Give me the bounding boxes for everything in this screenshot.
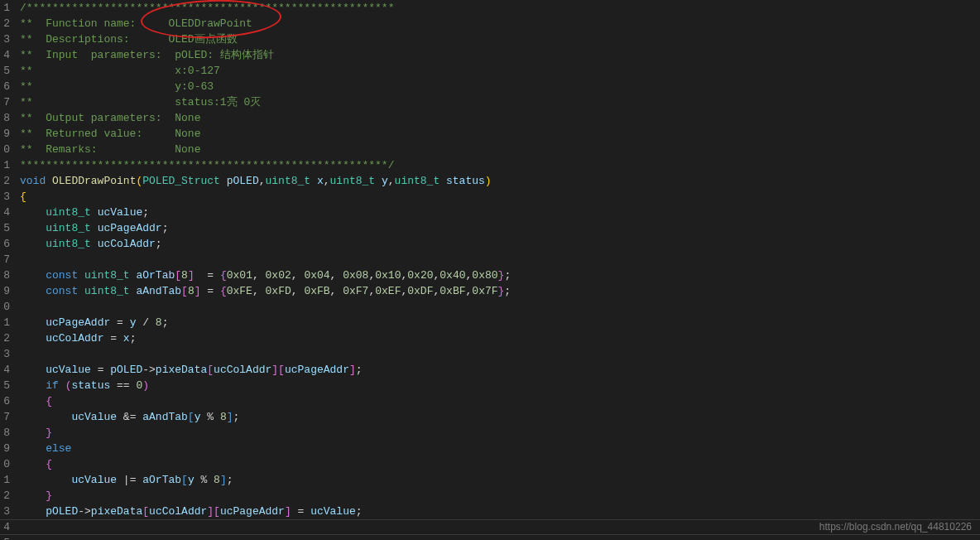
line-number: 2 — [0, 330, 10, 346]
code-line[interactable]: const uint8_t aOrTab[8] = {0x01, 0x02, 0… — [20, 268, 511, 283]
code-line[interactable]: ucValue = pOLED->pixeData[ucColAddr][ucP… — [20, 362, 511, 378]
code-line[interactable]: { — [20, 456, 511, 472]
line-number: 4 — [0, 362, 10, 378]
token: ; — [233, 411, 240, 423]
code-line[interactable]: ****************************************… — [20, 157, 511, 173]
code-line[interactable]: uint8_t ucPageAddr; — [20, 220, 511, 236]
token: y — [382, 175, 388, 187]
token: ] — [349, 364, 356, 376]
code-line[interactable]: uint8_t ucValue; — [20, 205, 511, 220]
token: ** y:0-63 — [20, 80, 214, 93]
code-line[interactable]: void OLEDDrawPoint(POLED_Struct pOLED,ui… — [20, 173, 511, 189]
code-line[interactable]: ucPageAddr = y / 8; — [20, 315, 511, 330]
token: void — [20, 175, 52, 187]
token: , — [330, 269, 343, 282]
code-line[interactable]: pOLED->pixeData[ucColAddr][ucPageAddr] =… — [20, 504, 511, 519]
code-line[interactable]: { — [20, 393, 511, 409]
token: ucPageAddr — [46, 316, 110, 329]
code-line[interactable]: ucColAddr = x; — [20, 330, 511, 346]
token: ucColAddr — [149, 505, 207, 518]
token: const — [46, 285, 84, 297]
code-content[interactable]: /***************************************… — [13, 0, 511, 540]
code-line[interactable]: ** Output parameters: None — [20, 110, 511, 126]
line-number: 1 — [0, 157, 10, 173]
token: -> — [78, 505, 91, 518]
token: uint8_t — [395, 175, 446, 187]
line-number: 9 — [0, 441, 10, 456]
token: ** Remarks: None — [20, 143, 200, 156]
code-line[interactable] — [20, 346, 511, 362]
token: , — [252, 285, 266, 297]
line-number: 0 — [0, 299, 10, 315]
line-number: 1 — [0, 0, 10, 16]
token: uint8_t — [330, 175, 382, 187]
code-line[interactable]: /***************************************… — [20, 0, 511, 16]
token: { — [46, 458, 52, 470]
code-line[interactable]: ** Input parameters: pOLED: 结构体指针 — [20, 47, 511, 63]
token: 0xEF — [375, 285, 401, 297]
code-line[interactable]: uint8_t ucColAddr; — [20, 236, 511, 252]
token — [20, 316, 46, 329]
code-line[interactable]: ** y:0-63 — [20, 79, 511, 94]
token: / — [136, 316, 155, 329]
watermark-text: https://blog.csdn.net/qq_44810226 — [819, 519, 972, 535]
code-line[interactable]: ** Function name: OLEDDrawPoint — [20, 16, 511, 31]
code-line[interactable]: ** x:0-127 — [20, 63, 511, 79]
token: 8 — [156, 316, 162, 329]
token: 8 — [220, 411, 227, 423]
token: , — [388, 175, 395, 187]
token: const — [46, 269, 84, 282]
token: % — [195, 474, 214, 486]
line-number: 6 — [0, 393, 10, 409]
token: ** Output parameters: None — [20, 112, 200, 124]
code-line[interactable]: const uint8_t aAndTab[8] = {0xFE, 0xFD, … — [20, 283, 511, 299]
code-line[interactable]: } — [20, 425, 511, 441]
code-line[interactable]: if (status == 0) — [20, 378, 511, 393]
token: ucPageAddr — [98, 222, 162, 234]
code-line[interactable] — [20, 299, 511, 315]
token — [20, 427, 46, 439]
token — [20, 379, 46, 392]
code-line[interactable] — [20, 252, 511, 268]
line-number: 8 — [0, 425, 10, 441]
token: -> — [142, 364, 156, 376]
code-editor[interactable]: 12345678901234567890123456789012345 /***… — [0, 0, 980, 540]
token: pixeData — [91, 505, 142, 518]
token — [20, 458, 46, 470]
token: &= — [117, 411, 142, 423]
token: ] — [195, 285, 201, 297]
token: { — [46, 395, 52, 407]
code-line[interactable]: ucValue |= aOrTab[y % 8]; — [20, 472, 511, 488]
token: status — [71, 379, 110, 392]
line-number: 5 — [0, 63, 10, 79]
code-line[interactable]: ** Remarks: None — [20, 142, 511, 157]
code-line[interactable]: ** Returned value: None — [20, 126, 511, 142]
code-line[interactable] — [20, 535, 511, 540]
line-number: 4 — [0, 205, 10, 220]
line-number: 0 — [0, 456, 10, 472]
token: ; — [356, 505, 363, 518]
code-line[interactable]: ** status:1亮 0灭 — [20, 94, 511, 110]
code-line[interactable]: { — [20, 189, 511, 205]
token: , — [291, 269, 305, 282]
token: ; — [142, 206, 149, 219]
line-number: 7 — [0, 94, 10, 110]
token: ] — [227, 411, 233, 423]
token: ** Returned value: None — [20, 128, 200, 140]
token: uint8_t — [46, 238, 97, 250]
code-line[interactable]: } — [20, 488, 511, 504]
line-number: 5 — [0, 220, 10, 236]
token: status — [446, 175, 485, 187]
line-number: 3 — [0, 31, 10, 47]
code-line[interactable]: else — [20, 441, 511, 456]
token: ucColAddr — [46, 332, 103, 345]
token: ucValue — [98, 206, 143, 219]
line-number: 3 — [0, 189, 10, 205]
token: { — [220, 269, 227, 282]
code-line[interactable]: ** Descriptions: OLED画点函数 — [20, 31, 511, 47]
line-number: 6 — [0, 79, 10, 94]
code-line[interactable]: ucValue &= aAndTab[y % 8]; — [20, 409, 511, 425]
code-line[interactable] — [20, 519, 511, 535]
token: 0x40 — [440, 269, 465, 282]
token: aAndTab — [136, 285, 181, 297]
